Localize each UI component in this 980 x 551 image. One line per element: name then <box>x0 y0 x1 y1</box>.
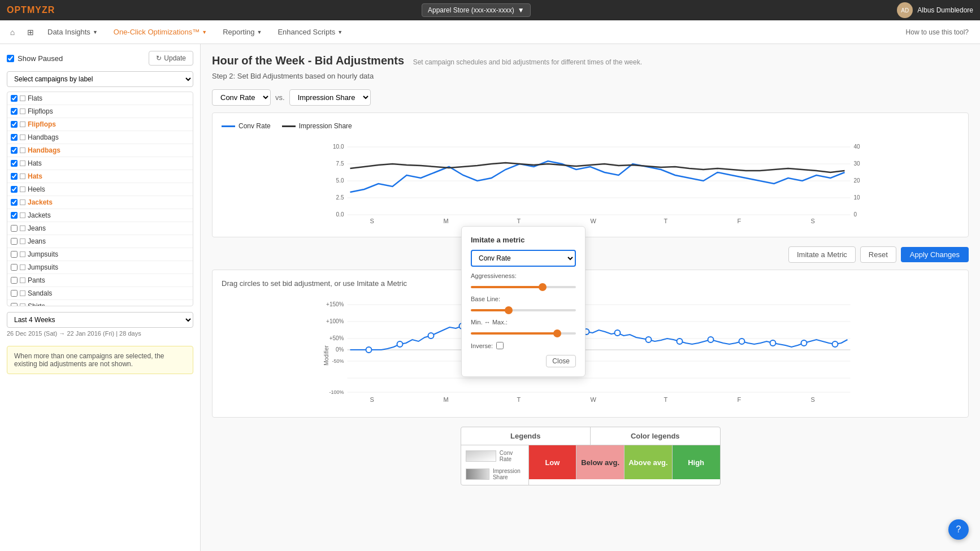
nav-one-click[interactable]: One-Click Optimizations™ ▼ <box>107 23 214 41</box>
metric2-selector[interactable]: Impression Share <box>289 89 371 106</box>
campaign-checkbox[interactable] <box>11 199 18 206</box>
svg-text:5.0: 5.0 <box>336 177 344 184</box>
metric1-selector[interactable]: Conv Rate <box>212 89 271 106</box>
campaign-checkbox[interactable] <box>11 238 18 245</box>
aggressiveness-slider[interactable] <box>471 286 576 288</box>
mini-checkbox <box>20 238 25 244</box>
account-selector[interactable]: Apparel Store (xxx-xxx-xxxx) ▼ <box>422 3 531 17</box>
modifier-handle[interactable] <box>739 339 745 344</box>
modifier-handle[interactable] <box>801 340 807 346</box>
list-item[interactable]: Shirts <box>7 300 193 306</box>
close-button[interactable]: Close <box>546 355 576 367</box>
svg-text:Modifier: Modifier <box>323 345 329 366</box>
campaign-checkbox[interactable] <box>11 160 18 167</box>
mini-checkbox <box>20 251 25 257</box>
modifier-chart-container: Drag circles to set bid adjustment, or u… <box>212 270 969 418</box>
chevron-down-icon: ▼ <box>93 29 98 35</box>
how-to-link[interactable]: How to use this tool? <box>906 28 975 36</box>
modifier-handle[interactable] <box>366 347 372 353</box>
list-item[interactable]: Handbags <box>7 144 193 157</box>
update-button[interactable]: ↻ Update <box>149 51 193 66</box>
popup-footer: Close <box>471 355 576 367</box>
campaign-list: Flats Flipflops Flipflops Handbags Handb <box>7 92 193 306</box>
list-item[interactable]: Flipflops <box>7 105 193 118</box>
list-item[interactable]: Flats <box>7 92 193 105</box>
help-button[interactable]: ? <box>948 519 969 540</box>
campaign-checkbox[interactable] <box>11 277 18 284</box>
reset-button[interactable]: Reset <box>860 246 896 263</box>
svg-text:-50%: -50% <box>332 358 344 364</box>
color-low: Low <box>529 445 577 479</box>
metric-selector-row: Conv Rate vs. Impression Share <box>212 89 969 106</box>
sidebar-top: Show Paused ↻ Update <box>7 51 193 66</box>
color-cells: Low Below avg. Above avg. High <box>529 445 720 485</box>
list-item[interactable]: Heels <box>7 183 193 196</box>
campaign-checkbox[interactable] <box>11 95 18 102</box>
modifier-handle[interactable] <box>646 337 652 342</box>
inverse-label: Inverse: <box>471 342 493 349</box>
list-item[interactable]: Jeans <box>7 222 193 235</box>
legend-impression-share: Impression Share <box>282 122 352 130</box>
svg-text:T: T <box>517 396 521 403</box>
list-item[interactable]: Handbags <box>7 131 193 144</box>
campaign-checkbox[interactable] <box>11 251 18 258</box>
apply-changes-button[interactable]: Apply Changes <box>901 247 969 262</box>
baseline-slider[interactable] <box>471 309 576 311</box>
campaign-checkbox[interactable] <box>11 173 18 180</box>
mini-checkbox <box>20 122 25 127</box>
legends-table: Legends Color legends Conv Rate Impressi… <box>461 427 721 485</box>
list-item[interactable]: Sandals <box>7 287 193 300</box>
campaign-checkbox[interactable] <box>11 303 18 306</box>
list-item[interactable]: Jackets <box>7 196 193 209</box>
minmax-slider[interactable] <box>471 332 576 335</box>
list-item[interactable]: Pants <box>7 274 193 287</box>
campaign-checkbox[interactable] <box>11 108 18 115</box>
legends-col2: Color legends <box>591 427 720 445</box>
campaign-checkbox[interactable] <box>11 186 18 193</box>
campaign-checkbox[interactable] <box>11 225 18 232</box>
show-paused-checkbox[interactable] <box>7 55 14 62</box>
list-item[interactable]: Hats <box>7 157 193 170</box>
campaign-checkbox[interactable] <box>11 264 18 271</box>
modifier-handle[interactable] <box>708 337 714 342</box>
modifier-handle[interactable] <box>397 341 403 347</box>
show-paused-label[interactable]: Show Paused <box>7 54 63 63</box>
list-item[interactable]: Flipflops <box>7 118 193 131</box>
svg-text:20: 20 <box>854 177 861 184</box>
campaign-checkbox[interactable] <box>11 134 18 141</box>
nav-enhanced-scripts[interactable]: Enhanced Scripts ▼ <box>271 23 349 41</box>
modifier-handle[interactable] <box>677 339 683 344</box>
list-item[interactable]: Jumpsuits <box>7 261 193 274</box>
modifier-handle[interactable] <box>770 340 776 346</box>
inverse-checkbox[interactable] <box>496 342 504 349</box>
svg-text:0.0: 0.0 <box>336 211 344 218</box>
chart-legend: Conv Rate Impression Share <box>222 122 959 130</box>
date-range-selector[interactable]: Last 4 Weeks <box>7 312 193 328</box>
svg-text:F: F <box>738 396 741 403</box>
list-item[interactable]: Jumpsuits <box>7 248 193 261</box>
nav-data-insights[interactable]: Data Insights ▼ <box>41 23 105 41</box>
nav-reporting[interactable]: Reporting ▼ <box>216 23 268 41</box>
top-chart-container: Conv Rate Impression Share 10.0 7.5 5.0 … <box>212 112 969 237</box>
campaign-checkbox[interactable] <box>11 147 18 154</box>
campaign-checkbox[interactable] <box>11 212 18 219</box>
mini-checkbox <box>20 277 25 283</box>
svg-text:10: 10 <box>854 194 861 201</box>
list-item[interactable]: Jeans <box>7 235 193 248</box>
imitate-popup: Imitate a metric Conv Rate Aggressivenes… <box>461 226 586 377</box>
modifier-handle[interactable] <box>832 341 838 347</box>
modifier-handle[interactable] <box>615 330 621 336</box>
svg-text:M: M <box>444 218 449 224</box>
grid-icon[interactable]: ⊞ <box>23 24 38 40</box>
mini-checkbox <box>20 160 25 166</box>
home-icon[interactable]: ⌂ <box>5 24 20 40</box>
campaign-label-selector[interactable]: Select campaigns by label <box>7 71 193 87</box>
campaign-checkbox[interactable] <box>11 121 18 128</box>
list-item[interactable]: Hats <box>7 170 193 183</box>
campaign-checkbox[interactable] <box>11 290 18 297</box>
modifier-handle[interactable] <box>428 333 434 339</box>
imitate-metric-button[interactable]: Imitate a Metric <box>788 246 856 263</box>
legends-header: Legends Color legends <box>461 427 720 445</box>
list-item[interactable]: Jackets <box>7 209 193 222</box>
imitate-metric-selector[interactable]: Conv Rate <box>471 250 576 267</box>
